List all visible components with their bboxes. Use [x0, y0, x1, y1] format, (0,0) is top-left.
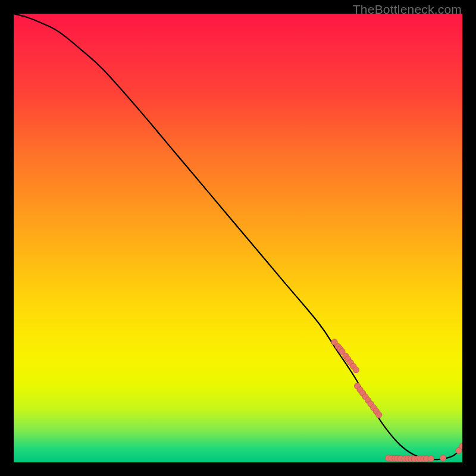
data-point — [353, 367, 359, 372]
chart-svg — [14, 14, 462, 462]
bottleneck-curve — [14, 14, 462, 459]
chart-frame: TheBottleneck.com — [0, 0, 476, 476]
dots-group — [331, 339, 462, 462]
data-point — [428, 456, 434, 462]
data-point — [376, 412, 382, 418]
curve-group — [14, 14, 462, 459]
plot-area — [14, 14, 462, 462]
data-point — [440, 455, 446, 461]
